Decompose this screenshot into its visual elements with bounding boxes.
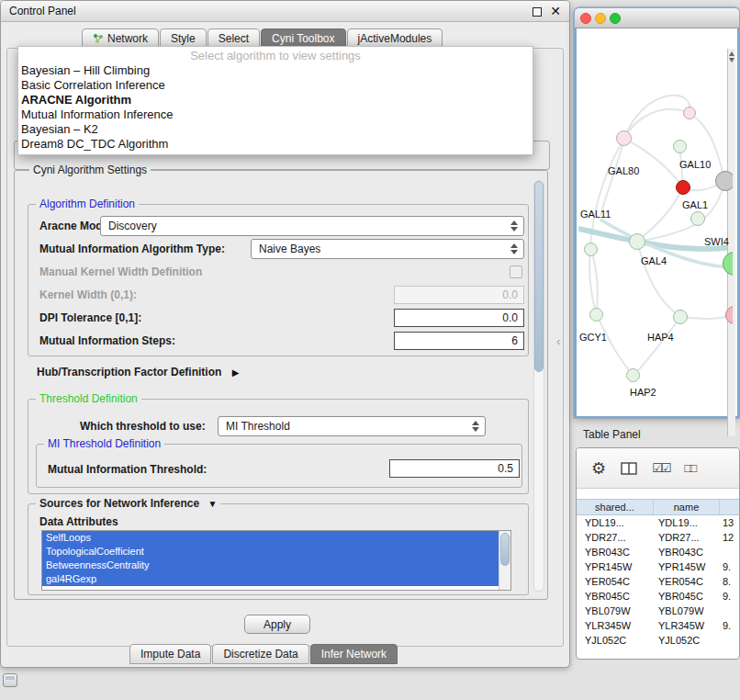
cell: YLR345W	[654, 620, 720, 631]
scrollbar-thumb[interactable]	[534, 181, 544, 372]
tab-impute-data[interactable]: Impute Data	[129, 644, 211, 664]
network-window: GAL80 GAL10 GAL11 GAL1 SWI4 GAL4 GCY1 HA…	[574, 7, 740, 418]
select-all-icon[interactable]: ☑☑	[652, 461, 669, 475]
cell: YBL079W	[577, 605, 654, 616]
mi-steps-field[interactable]: 6	[394, 332, 524, 350]
attribute-item[interactable]: gal4RGexp	[42, 572, 499, 586]
column-header-shared-name[interactable]: shared...	[577, 500, 654, 514]
table-row[interactable]: YBR045C YBR045C 9.	[577, 589, 739, 604]
algorithm-option[interactable]: Bayesian – Hill Climbing	[18, 63, 533, 78]
minimized-panel-icon[interactable]	[3, 673, 17, 687]
float-panel-icon[interactable]	[533, 7, 542, 17]
network-node[interactable]	[683, 107, 696, 119]
tab-infer-network[interactable]: Infer Network	[310, 644, 398, 664]
node-label: GAL11	[580, 209, 611, 220]
dpi-tolerance-field[interactable]: 0.0	[394, 309, 524, 327]
kernel-width-label: Kernel Width (0,1):	[39, 288, 137, 301]
attribute-item[interactable]: BetweennessCentrality	[42, 559, 499, 572]
collapsed-arrow-icon: ▶	[232, 367, 240, 378]
aracne-mode-select[interactable]: Discovery	[100, 216, 524, 236]
group-title: Threshold Definition	[36, 392, 141, 405]
mi-type-select[interactable]: Naive Bayes	[251, 239, 524, 259]
scroll-down-icon[interactable]	[729, 58, 734, 62]
cell: 8.	[720, 576, 739, 587]
network-node-hap4[interactable]	[673, 310, 688, 324]
mi-threshold-field[interactable]: 0.5	[389, 459, 520, 478]
field-value: 0.0	[502, 288, 518, 301]
hub-definition-toggle[interactable]: Hub/Transcription Factor Definition ▶	[37, 366, 239, 378]
table-row[interactable]: YDR27... YDR27... 12	[577, 530, 739, 545]
which-threshold-select[interactable]: MI Threshold	[218, 416, 486, 436]
cell: YER054C	[577, 576, 654, 587]
list-scrollbar[interactable]	[499, 531, 510, 590]
cell: YDL19...	[577, 517, 654, 528]
table-row[interactable]: YDL19... YDL19... 13	[577, 515, 739, 530]
algorithm-option[interactable]: Dream8 DC_TDC Algorithm	[18, 137, 533, 152]
show-columns-icon[interactable]	[621, 462, 637, 475]
network-window-titlebar	[575, 8, 739, 28]
node-label: GAL1	[682, 199, 708, 210]
scrollbar-thumb[interactable]	[500, 533, 510, 566]
attribute-item[interactable]: SelfLoops	[42, 531, 499, 545]
control-panel-window: Control Panel ✕ Network Style Select	[0, 0, 570, 668]
table-toolbar: ⚙ ☑☑ □□	[577, 448, 739, 489]
column-header-name[interactable]: name	[654, 500, 720, 514]
data-attributes-label: Data Attributes	[39, 515, 118, 528]
network-node-gal10[interactable]	[676, 180, 690, 195]
node-label: HAP2	[630, 387, 656, 398]
algorithm-option[interactable]: Bayesian – K2	[18, 122, 533, 137]
hub-definition-label: Hub/Transcription Factor Definition	[37, 366, 221, 378]
settings-scrollbar[interactable]	[533, 180, 544, 592]
network-node-gal80[interactable]	[616, 130, 632, 146]
sources-toggle[interactable]: Sources for Network Inference ▼	[36, 497, 220, 510]
data-attributes-list: SelfLoops TopologicalCoefficient Between…	[41, 530, 511, 591]
table-row[interactable]: YBL079W YBL079W	[577, 604, 739, 618]
algorithm-option-selected[interactable]: ARACNE Algorithm	[18, 93, 533, 107]
cell: YBR045C	[654, 591, 720, 602]
table-row[interactable]: YJL052C YJL052C	[577, 633, 739, 644]
network-view: GAL80 GAL10 GAL11 GAL1 SWI4 GAL4 GCY1 HA…	[575, 28, 739, 418]
cell: YPR145W	[654, 561, 720, 572]
panel-collapse-icon[interactable]: ‹	[556, 334, 560, 348]
network-node[interactable]	[673, 140, 687, 153]
dpi-tolerance-label: DPI Tolerance [0,1]:	[39, 311, 141, 324]
table-row[interactable]: YLR345W YLR345W 9.	[577, 618, 739, 633]
zoom-window-icon[interactable]	[610, 13, 621, 24]
apply-button[interactable]: Apply	[244, 615, 310, 634]
network-node-hap2[interactable]	[626, 368, 640, 382]
table-row[interactable]: YBR043C YBR043C	[577, 545, 739, 559]
table-row[interactable]: YER054C YER054C 8.	[577, 574, 739, 589]
tab-label: Infer Network	[321, 645, 387, 663]
manual-kernel-checkbox[interactable]	[510, 265, 522, 278]
network-node[interactable]	[629, 233, 645, 250]
close-panel-icon[interactable]: ✕	[550, 4, 561, 18]
network-node-gal1[interactable]	[690, 211, 705, 226]
mi-steps-label: Mutual Information Steps:	[39, 334, 175, 347]
tab-discretize-data[interactable]: Discretize Data	[212, 644, 308, 664]
network-node[interactable]	[715, 171, 733, 191]
cell: 9.	[720, 591, 739, 602]
field-value: 0.0	[502, 311, 518, 324]
scroll-up-icon[interactable]	[729, 51, 734, 56]
algorithm-option[interactable]: Basic Correlation Inference	[18, 78, 533, 93]
window-title: Control Panel	[9, 1, 76, 21]
group-title: Cyni Algorithm Settings	[29, 164, 151, 176]
which-threshold-label: Which threshold to use:	[80, 420, 206, 433]
algorithm-option[interactable]: Mutual Information Inference	[18, 107, 533, 122]
threshold-definition-group: Threshold Definition Which threshold to …	[28, 399, 529, 494]
network-node[interactable]	[584, 243, 598, 256]
network-node-gcy1[interactable]	[589, 308, 603, 322]
kernel-width-field[interactable]: 0.0	[394, 286, 524, 304]
tab-label: Discretize Data	[223, 645, 297, 663]
table-row[interactable]: YPR145W YPR145W 9.	[577, 559, 739, 574]
selected-value: Discovery	[108, 220, 157, 232]
spinner-arrows-icon	[509, 217, 520, 235]
column-header-partial[interactable]	[720, 500, 739, 514]
cell: YDR27...	[577, 532, 654, 543]
unselect-all-icon[interactable]: □□	[684, 461, 695, 475]
close-window-icon[interactable]	[580, 13, 591, 24]
dropdown-placeholder: Select algorithm to view settings	[18, 48, 533, 63]
attribute-item[interactable]: TopologicalCoefficient	[42, 545, 499, 559]
gear-icon[interactable]: ⚙	[591, 460, 606, 477]
minimize-window-icon[interactable]	[595, 13, 606, 24]
